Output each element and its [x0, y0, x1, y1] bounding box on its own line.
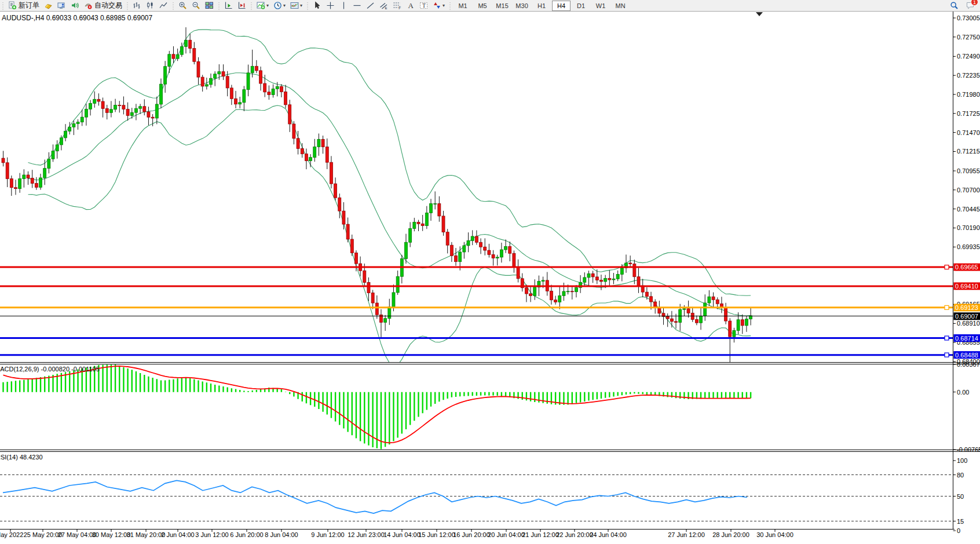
- line-drag-marker[interactable]: [945, 353, 949, 357]
- dropdown-caret-icon[interactable]: ▾: [300, 3, 302, 8]
- terminal-icon: [57, 1, 66, 10]
- price-axis-tick: 0.72750: [957, 34, 980, 41]
- timeframe-button-mn[interactable]: MN: [611, 1, 630, 11]
- timeframe-button-m15[interactable]: M15: [493, 1, 511, 11]
- sound-icon: [71, 1, 79, 10]
- price-chip-label: 0.68714: [955, 335, 978, 342]
- dropdown-caret-icon[interactable]: ▾: [266, 3, 269, 8]
- timeframe-button-m5[interactable]: M5: [473, 1, 492, 11]
- horizontal-line-button[interactable]: [351, 0, 363, 11]
- rsi-axis-tick: 50: [957, 493, 964, 500]
- sound-button[interactable]: [69, 0, 81, 11]
- cursor-button[interactable]: [311, 0, 323, 11]
- dropdown-caret-icon[interactable]: ▾: [283, 3, 286, 8]
- macd-axis-tick: 0.00: [957, 389, 969, 396]
- time-axis-label: 15 Jun 12:00: [418, 531, 455, 538]
- price-chip-label: 0.69123: [955, 304, 978, 311]
- rsi-pane: [0, 475, 953, 521]
- timeframe-button-m1[interactable]: M1: [454, 1, 472, 11]
- zoom-in-icon: [178, 1, 187, 10]
- macd-indicator-label: MACD(12,26,9) -0.000820 -0.001105: [0, 366, 100, 373]
- text-label-button[interactable]: T: [418, 0, 430, 11]
- periods-button[interactable]: ▾: [272, 0, 287, 11]
- fibonacci-button[interactable]: F: [391, 0, 403, 11]
- price-axis-tick: 0.71215: [957, 148, 980, 155]
- price-axis-tick: 0.70955: [957, 167, 980, 174]
- zoom-out-icon: [192, 1, 200, 10]
- dropdown-caret-icon[interactable]: ▾: [443, 3, 445, 8]
- autotrading-button-label: 自动交易: [94, 1, 122, 10]
- time-axis-label: 6 Jun 20:00: [230, 531, 264, 538]
- notifications-button[interactable]: 1: [964, 0, 977, 11]
- time-axis-label: 22 Jun 20:00: [556, 531, 593, 538]
- price-axis-tick: 0.68910: [957, 320, 980, 327]
- toolbar-drag-handle: [126, 2, 129, 10]
- price-axis-tick: 0.70445: [957, 206, 980, 213]
- zoom-out-button[interactable]: [190, 0, 202, 11]
- indicators-button[interactable]: ▾: [255, 0, 270, 11]
- toolbar-drag-handle: [250, 2, 253, 10]
- toolbar-drag-handle: [2, 2, 5, 10]
- crosshair-icon: [326, 1, 335, 10]
- new-order-button[interactable]: 新订单: [6, 0, 41, 11]
- main-price-pane: [2, 27, 752, 366]
- time-axis-label: 31 May 20:00: [127, 531, 166, 538]
- price-axis-tick: 0.70190: [957, 224, 980, 231]
- line-drag-marker[interactable]: [945, 265, 949, 269]
- clock-icon: [273, 1, 282, 10]
- indicators-icon: [257, 1, 265, 10]
- chart-shift-icon: [237, 1, 246, 10]
- autotrading-icon: [84, 1, 93, 10]
- line-drag-marker[interactable]: [945, 305, 949, 309]
- arrows-button[interactable]: ▾: [431, 0, 447, 11]
- metaquotes-button[interactable]: [42, 0, 54, 11]
- rsi-axis-tick: 80: [957, 472, 964, 479]
- autotrading-button[interactable]: 自动交易: [82, 0, 124, 11]
- price-chip-label: 0.68488: [955, 352, 978, 359]
- price-chip-label: 0.69665: [955, 264, 978, 271]
- template-icon: [290, 1, 299, 10]
- svg-text:F: F: [398, 6, 401, 10]
- toolbar-drag-handle: [172, 2, 175, 10]
- crosshair-button[interactable]: [324, 0, 337, 11]
- time-axis-label: 25 May 20:00: [24, 531, 63, 538]
- candlestick-button[interactable]: [144, 0, 156, 11]
- svg-text:E: E: [385, 6, 387, 10]
- tile-windows-icon: [205, 1, 214, 10]
- trendline-button[interactable]: [364, 0, 376, 11]
- timeframe-button-h4[interactable]: H4: [552, 1, 571, 11]
- timeframe-button-h1[interactable]: H1: [532, 1, 551, 11]
- equidistant-channel-button[interactable]: E: [378, 0, 390, 11]
- zoom-in-button[interactable]: [177, 0, 189, 11]
- time-axis-label: 9 Jun 12:00: [311, 531, 345, 538]
- chart-shift-button[interactable]: [236, 0, 248, 11]
- vertical-line-icon: [339, 1, 348, 10]
- price-axis-tick: 0.71980: [957, 91, 980, 98]
- bar-chart-icon: [133, 1, 141, 10]
- timeframe-button-m30[interactable]: M30: [513, 1, 531, 11]
- chart-shift-marker[interactable]: [756, 12, 763, 16]
- time-axis-label: 16 Jun 20:00: [453, 531, 490, 538]
- line-drag-marker[interactable]: [945, 336, 949, 340]
- time-axis-label: 30 Jun 04:00: [756, 531, 793, 538]
- vertical-line-button[interactable]: [338, 0, 350, 11]
- tile-windows-button[interactable]: [203, 0, 215, 11]
- bar-chart-button[interactable]: [131, 0, 143, 11]
- price-chip-label: 0.69007: [955, 313, 978, 320]
- auto-scroll-button[interactable]: [222, 0, 235, 11]
- notification-badge: 1: [971, 0, 978, 6]
- time-axis-label: 27 May 04:00: [58, 531, 97, 538]
- chart-canvas[interactable]: 0.730050.727500.724900.722350.719800.717…: [0, 0, 980, 544]
- templates-button[interactable]: ▾: [288, 0, 304, 11]
- text-label-icon: T: [419, 1, 428, 10]
- timeframe-button-d1[interactable]: D1: [572, 1, 590, 11]
- time-axis-label: May 2022: [0, 531, 23, 538]
- text-button[interactable]: A: [404, 0, 416, 11]
- gold-icon: [44, 1, 53, 10]
- terminal-button[interactable]: [56, 0, 68, 11]
- line-chart-button[interactable]: [158, 0, 170, 11]
- timeframe-button-w1[interactable]: W1: [591, 1, 610, 11]
- new-order-button-label: 新订单: [19, 1, 39, 10]
- chart-title: AUDUSD-,H4 0.69033 0.69043 0.68985 0.690…: [2, 14, 152, 22]
- search-button[interactable]: [948, 0, 960, 11]
